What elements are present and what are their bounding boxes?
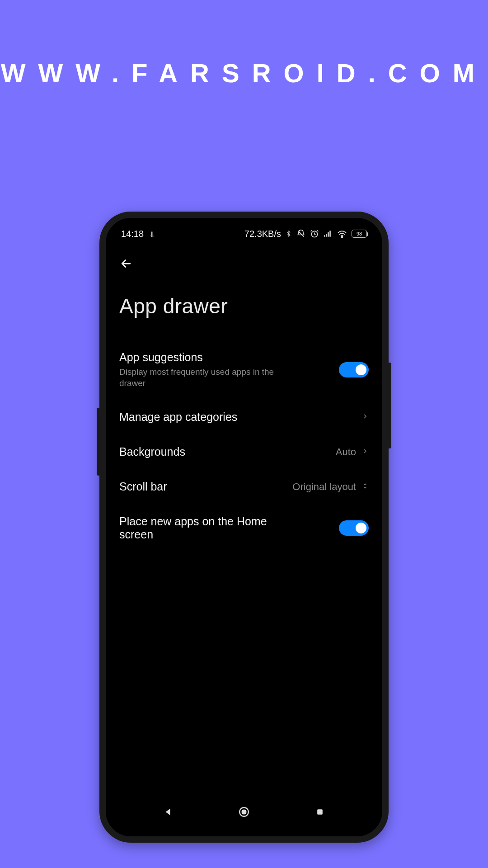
svg-rect-3	[328, 232, 329, 237]
svg-point-5	[342, 236, 343, 238]
battery-level: 98	[357, 231, 362, 236]
mute-icon	[296, 229, 305, 238]
status-left: 14:18 ⥥	[121, 229, 155, 239]
setting-app-suggestions[interactable]: App suggestions Display most fre­quently…	[119, 340, 369, 400]
setting-value: Auto	[336, 446, 356, 458]
status-bar: 14:18 ⥥ 72.3KB/s	[119, 221, 369, 247]
setting-title: Manage app categories	[119, 410, 352, 424]
signal-icon	[324, 230, 333, 238]
svg-rect-4	[329, 231, 331, 236]
battery-icon: 98	[352, 230, 367, 238]
setting-subtitle: Display most fre­quently used apps in th…	[119, 367, 296, 389]
alarm-icon	[310, 229, 319, 238]
svg-rect-1	[324, 235, 325, 236]
watermark-text: WWW.FARSROID.COM	[0, 58, 488, 88]
chevron-right-icon	[361, 448, 369, 457]
toggle-app-suggestions[interactable]	[339, 362, 369, 377]
setting-manage-categories[interactable]: Manage app categories	[119, 400, 369, 434]
toggle-place-new-apps[interactable]	[339, 520, 369, 536]
setting-title: Scroll bar	[119, 480, 282, 493]
svg-rect-2	[326, 234, 327, 237]
setting-backgrounds[interactable]: Backgrounds Auto	[119, 434, 369, 469]
status-time: 14:18	[121, 229, 144, 239]
wifi-icon	[337, 230, 347, 238]
back-button[interactable]	[119, 257, 133, 272]
bluetooth-icon	[286, 229, 292, 238]
setting-place-new-apps[interactable]: Place new apps on the Home screen	[119, 504, 369, 552]
phone-frame: 14:18 ⥥ 72.3KB/s	[99, 212, 389, 843]
download-icon: ⥥	[149, 231, 155, 238]
svg-point-7	[242, 810, 246, 814]
status-netspeed: 72.3KB/s	[244, 229, 281, 239]
nav-back-button[interactable]	[155, 803, 182, 821]
svg-rect-8	[317, 809, 323, 815]
setting-value: Original layout	[292, 481, 356, 493]
nav-bar	[106, 799, 382, 825]
setting-title: Place new apps on the Home screen	[119, 515, 291, 541]
volume-button	[97, 408, 100, 476]
updown-icon	[361, 481, 369, 492]
setting-title: Backgrounds	[119, 445, 326, 458]
setting-title: App suggestions	[119, 351, 329, 364]
phone-screen: 14:18 ⥥ 72.3KB/s	[106, 218, 382, 836]
page-title: App drawer	[119, 294, 369, 318]
nav-recents-button[interactable]	[306, 803, 333, 821]
setting-scrollbar[interactable]: Scroll bar Original layout	[119, 469, 369, 504]
status-right: 72.3KB/s 98	[244, 229, 367, 239]
chevron-right-icon	[361, 413, 369, 422]
nav-home-button[interactable]	[230, 803, 258, 821]
power-button	[388, 363, 391, 448]
